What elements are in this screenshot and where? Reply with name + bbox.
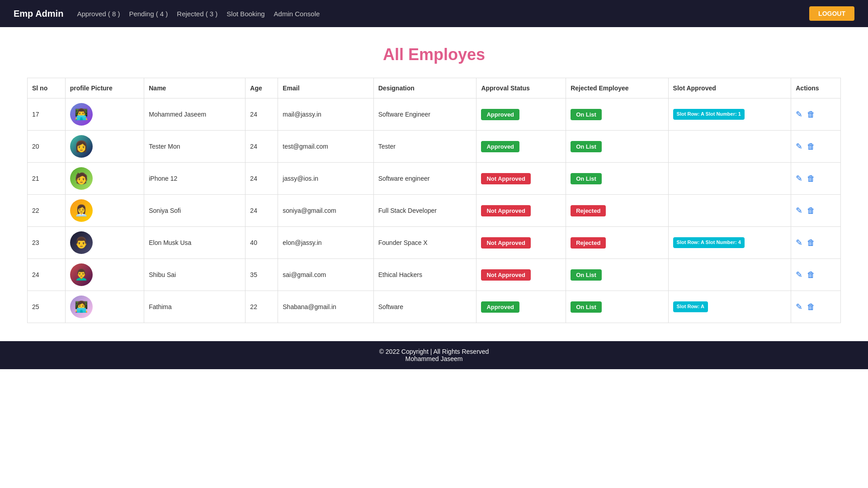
cell-approval-status: Approved xyxy=(476,291,566,323)
rejected-employee-badge: On List xyxy=(571,269,602,281)
delete-icon[interactable]: 🗑 xyxy=(807,142,815,151)
table-row: 22 👩‍💼 Soniya Sofi 24 soniya@gmail.com F… xyxy=(28,195,841,227)
cell-email: sai@gmail.com xyxy=(278,259,373,291)
col-age: Age xyxy=(245,78,278,99)
cell-approval-status: Not Approved xyxy=(476,259,566,291)
avatar: 👩‍💼 xyxy=(70,199,93,222)
cell-designation: Software Engineer xyxy=(373,99,476,131)
edit-icon[interactable]: ✎ xyxy=(796,270,802,280)
cell-rejected-employee: On List xyxy=(566,291,668,323)
cell-avatar: 👨‍🦱 xyxy=(65,259,144,291)
cell-age: 40 xyxy=(245,227,278,259)
col-profile: profile Picture xyxy=(65,78,144,99)
cell-rejected-employee: On List xyxy=(566,99,668,131)
action-icons: ✎ 🗑 xyxy=(796,109,836,119)
cell-sl: 17 xyxy=(28,99,66,131)
col-email: Email xyxy=(278,78,373,99)
avatar: 👨 xyxy=(70,231,93,254)
edit-icon[interactable]: ✎ xyxy=(796,109,802,119)
cell-avatar: 🧑 xyxy=(65,163,144,195)
cell-rejected-employee: On List xyxy=(566,131,668,163)
cell-email: test@gmail.com xyxy=(278,131,373,163)
rejected-employee-badge: Rejected xyxy=(571,237,606,249)
delete-icon[interactable]: 🗑 xyxy=(807,206,815,216)
table-header: Sl no profile Picture Name Age Email Des… xyxy=(28,78,841,99)
cell-email: elon@jassy.in xyxy=(278,227,373,259)
approval-status-badge: Approved xyxy=(481,141,519,152)
nav-slot-booking[interactable]: Slot Booking xyxy=(226,10,264,18)
col-name: Name xyxy=(144,78,245,99)
page-title: All Employes xyxy=(0,45,868,64)
edit-icon[interactable]: ✎ xyxy=(796,141,802,151)
delete-icon[interactable]: 🗑 xyxy=(807,110,815,119)
nav-rejected[interactable]: Rejected ( 3 ) xyxy=(177,10,217,18)
nav-admin-console[interactable]: Admin Console xyxy=(274,10,320,18)
cell-slot-approved xyxy=(668,163,791,195)
cell-approval-status: Not Approved xyxy=(476,227,566,259)
cell-sl: 21 xyxy=(28,163,66,195)
action-icons: ✎ 🗑 xyxy=(796,206,836,216)
cell-rejected-employee: Rejected xyxy=(566,195,668,227)
action-icons: ✎ 🗑 xyxy=(796,270,836,280)
avatar: 👨‍🦱 xyxy=(70,263,93,286)
cell-approval-status: Not Approved xyxy=(476,195,566,227)
cell-slot-approved: Slot Row: A Slot Number: 4 xyxy=(668,227,791,259)
cell-avatar: 👩 xyxy=(65,131,144,163)
cell-slot-approved xyxy=(668,259,791,291)
cell-email: Shabana@gmail.in xyxy=(278,291,373,323)
edit-icon[interactable]: ✎ xyxy=(796,174,802,183)
col-approval-status: Approval Status xyxy=(476,78,566,99)
logout-button[interactable]: LOGOUT xyxy=(809,6,854,21)
cell-actions: ✎ 🗑 xyxy=(791,195,841,227)
nav-pending[interactable]: Pending ( 4 ) xyxy=(129,10,168,18)
cell-name: Shibu Sai xyxy=(144,259,245,291)
cell-designation: Tester xyxy=(373,131,476,163)
approval-status-badge: Approved xyxy=(481,109,519,120)
cell-slot-approved: Slot Row: A Slot Number: 1 xyxy=(668,99,791,131)
edit-icon[interactable]: ✎ xyxy=(796,206,802,216)
navbar: Emp Admin Approved ( 8 ) Pending ( 4 ) R… xyxy=(0,0,868,27)
rejected-employee-badge: On List xyxy=(571,109,602,120)
cell-avatar: 👨‍💻 xyxy=(65,99,144,131)
cell-name: Tester Mon xyxy=(144,131,245,163)
rejected-employee-badge: On List xyxy=(571,141,602,152)
edit-icon[interactable]: ✎ xyxy=(796,302,802,312)
approval-status-badge: Not Approved xyxy=(481,173,530,184)
delete-icon[interactable]: 🗑 xyxy=(807,174,815,183)
cell-avatar: 👩‍💻 xyxy=(65,291,144,323)
rejected-employee-badge: On List xyxy=(571,173,602,184)
navbar-links: Approved ( 8 ) Pending ( 4 ) Rejected ( … xyxy=(77,10,809,18)
table-body: 17 👨‍💻 Mohammed Jaseem 24 mail@jassy.in … xyxy=(28,99,841,323)
cell-avatar: 👨 xyxy=(65,227,144,259)
avatar: 🧑 xyxy=(70,167,93,190)
cell-age: 24 xyxy=(245,131,278,163)
cell-sl: 22 xyxy=(28,195,66,227)
footer-line1: © 2022 Copyright | All Rights Reserved xyxy=(5,348,863,355)
cell-designation: Founder Space X xyxy=(373,227,476,259)
employees-table-wrapper: Sl no profile Picture Name Age Email Des… xyxy=(27,78,841,323)
rejected-employee-badge: Rejected xyxy=(571,205,606,216)
approval-status-badge: Not Approved xyxy=(481,237,530,249)
action-icons: ✎ 🗑 xyxy=(796,302,836,312)
table-row: 24 👨‍🦱 Shibu Sai 35 sai@gmail.com Ethica… xyxy=(28,259,841,291)
cell-designation: Software engineer xyxy=(373,163,476,195)
delete-icon[interactable]: 🗑 xyxy=(807,270,815,280)
approval-status-badge: Not Approved xyxy=(481,205,530,216)
action-icons: ✎ 🗑 xyxy=(796,174,836,183)
cell-name: Elon Musk Usa xyxy=(144,227,245,259)
delete-icon[interactable]: 🗑 xyxy=(807,302,815,312)
edit-icon[interactable]: ✎ xyxy=(796,238,802,248)
cell-slot-approved xyxy=(668,195,791,227)
delete-icon[interactable]: 🗑 xyxy=(807,238,815,248)
cell-age: 24 xyxy=(245,195,278,227)
slot-badge: Slot Row: A Slot Number: 1 xyxy=(673,109,745,119)
approval-status-badge: Approved xyxy=(481,301,519,313)
cell-actions: ✎ 🗑 xyxy=(791,131,841,163)
cell-name: iPhone 12 xyxy=(144,163,245,195)
rejected-employee-badge: On List xyxy=(571,301,602,313)
cell-designation: Ethical Hackers xyxy=(373,259,476,291)
nav-approved[interactable]: Approved ( 8 ) xyxy=(77,10,120,18)
cell-rejected-employee: Rejected xyxy=(566,227,668,259)
col-slot-approved: Slot Approved xyxy=(668,78,791,99)
cell-sl: 20 xyxy=(28,131,66,163)
